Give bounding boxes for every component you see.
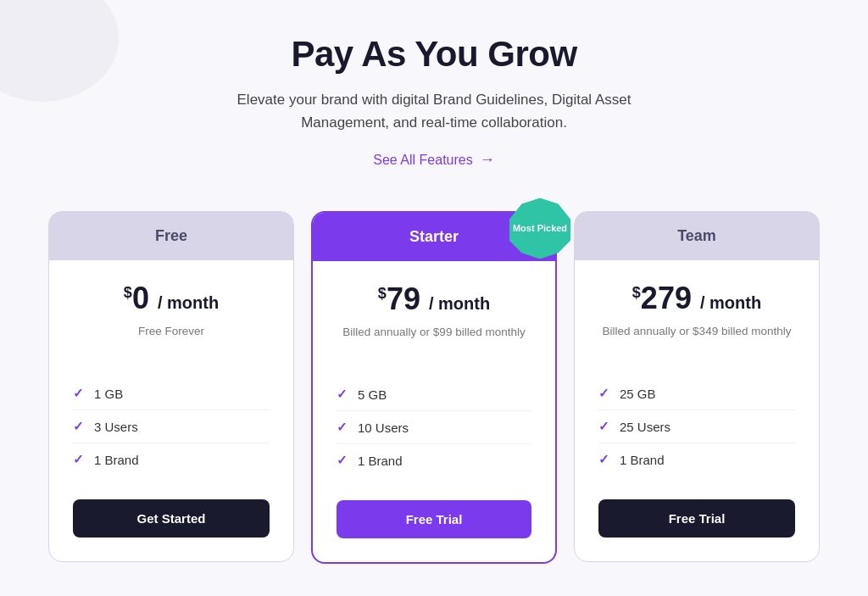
price-row-starter: $79 / month	[378, 281, 490, 317]
header-section: Pay As You Grow Elevate your brand with …	[231, 34, 637, 169]
plan-name-free: Free	[155, 227, 187, 244]
feature-text: 1 GB	[94, 387, 123, 401]
price-amount-starter: $79	[378, 281, 429, 316]
check-icon: ✓	[598, 452, 609, 467]
decorative-blob	[0, 0, 119, 102]
arrow-icon: →	[480, 151, 495, 169]
feature-text: 10 Users	[358, 421, 409, 435]
check-icon: ✓	[73, 419, 84, 434]
cta-button-free[interactable]: Get Started	[73, 499, 270, 538]
most-picked-text: Most Picked	[513, 223, 567, 234]
see-all-features-link[interactable]: See All Features →	[373, 151, 494, 169]
feature-item: ✓ 25 Users	[598, 410, 795, 443]
features-list-free: ✓ 1 GB ✓ 3 Users ✓ 1 Brand	[73, 377, 270, 476]
feature-text: 25 GB	[620, 387, 656, 401]
features-list-team: ✓ 25 GB ✓ 25 Users ✓ 1 Brand	[598, 377, 795, 476]
feature-item: ✓ 5 GB	[337, 378, 531, 411]
plan-body-team: $279 / month Billed annually or $349 bil…	[575, 260, 819, 561]
cta-button-team[interactable]: Free Trial	[598, 499, 795, 538]
plan-body-free: $0 / month Free Forever ✓ 1 GB ✓ 3 Users…	[49, 260, 293, 561]
price-sub-starter: Billed annually or $99 billed monthly	[342, 324, 525, 358]
features-list-starter: ✓ 5 GB ✓ 10 Users ✓ 1 Brand	[337, 378, 531, 476]
feature-text: 1 Brand	[358, 454, 403, 468]
plan-card-starter: Most Picked Starter $79 / month Billed a…	[311, 211, 557, 564]
feature-item: ✓ 10 Users	[337, 411, 531, 444]
page-title: Pay As You Grow	[231, 34, 637, 75]
feature-text: 5 GB	[358, 387, 387, 402]
feature-item: ✓ 1 Brand	[73, 443, 270, 476]
price-row-free: $0 / month	[124, 281, 219, 316]
price-sub-team: Billed annually or $349 billed monthly	[603, 323, 792, 357]
check-icon: ✓	[598, 419, 609, 434]
price-row-team: $279 / month	[632, 281, 761, 316]
cta-button-starter[interactable]: Free Trial	[337, 500, 531, 538]
feature-text: 25 Users	[620, 420, 670, 434]
price-amount-free: $0	[124, 281, 158, 315]
plan-card-team: Team $279 / month Billed annually or $34…	[574, 211, 820, 562]
plan-body-starter: $79 / month Billed annually or $99 bille…	[313, 261, 555, 562]
price-period-free: / month	[158, 293, 219, 312]
plans-container: Free $0 / month Free Forever ✓ 1 GB ✓	[48, 211, 820, 564]
plan-header-team: Team	[575, 212, 819, 260]
check-icon: ✓	[337, 387, 348, 402]
price-sub-free: Free Forever	[138, 323, 204, 357]
plan-card-free: Free $0 / month Free Forever ✓ 1 GB ✓	[48, 211, 294, 562]
check-icon: ✓	[337, 420, 348, 435]
check-icon: ✓	[73, 452, 84, 467]
feature-item: ✓ 25 GB	[598, 377, 795, 410]
feature-item: ✓ 3 Users	[73, 410, 270, 443]
plan-header-free: Free	[49, 212, 293, 260]
feature-item: ✓ 1 Brand	[337, 444, 531, 476]
price-period-starter: / month	[429, 294, 490, 313]
page-subtitle: Elevate your brand with digital Brand Gu…	[231, 88, 637, 134]
plan-name-starter: Starter	[409, 228, 459, 245]
feature-text: 1 Brand	[620, 453, 665, 467]
features-link-text: See All Features	[373, 153, 472, 168]
page-wrapper: Pay As You Grow Elevate your brand with …	[0, 0, 868, 596]
feature-item: ✓ 1 GB	[73, 377, 270, 410]
feature-text: 1 Brand	[94, 453, 139, 467]
check-icon: ✓	[73, 386, 84, 401]
price-period-team: / month	[700, 293, 761, 312]
plan-name-team: Team	[677, 227, 716, 244]
check-icon: ✓	[337, 453, 348, 468]
feature-text: 3 Users	[94, 420, 138, 434]
price-amount-team: $279	[632, 281, 700, 315]
check-icon: ✓	[598, 386, 609, 401]
feature-item: ✓ 1 Brand	[598, 443, 795, 476]
